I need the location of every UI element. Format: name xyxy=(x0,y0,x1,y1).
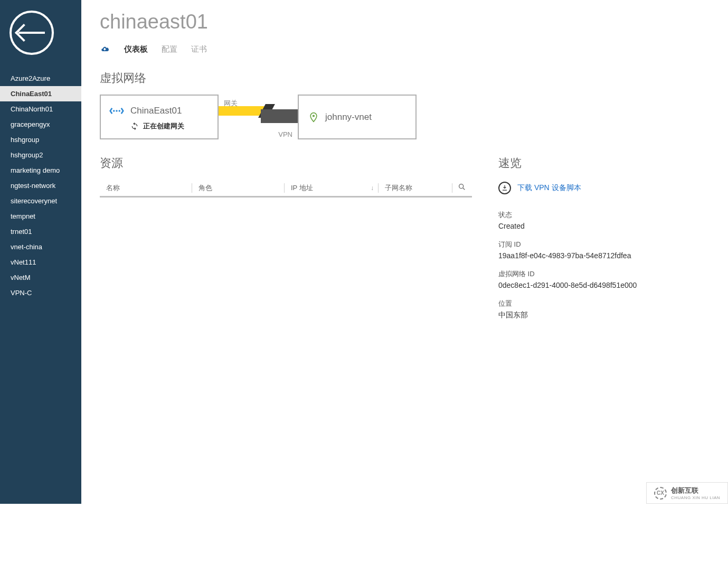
sidebar-item-hshgroup[interactable]: hshgroup xyxy=(0,132,81,147)
sidebar-item-marketing-demo[interactable]: marketing demo xyxy=(0,163,81,178)
watermark-logo-icon: CX xyxy=(654,487,667,500)
sidebar: Azure2Azure ChinaEast01 ChinaNorth01 gra… xyxy=(0,0,81,504)
sidebar-item-vnetm[interactable]: vNetM xyxy=(0,270,81,285)
svg-point-2 xyxy=(119,110,121,112)
svg-point-1 xyxy=(113,110,115,112)
vnet-right-box[interactable]: johnny-vnet xyxy=(298,95,417,139)
download-vpn-script-link[interactable]: 下载 VPN 设备脚本 xyxy=(498,182,657,194)
section-vnet-title: 虚拟网络 xyxy=(100,70,728,86)
sync-icon xyxy=(130,122,139,130)
search-icon xyxy=(458,183,466,191)
sidebar-item-vpn-c[interactable]: VPN-C xyxy=(0,285,81,300)
sidebar-item-ngtest-network[interactable]: ngtest-network xyxy=(0,178,81,193)
location-label: 位置 xyxy=(498,299,657,308)
tabs: 仪表板 配置 证书 xyxy=(100,44,728,54)
vnet-left-name: ChinaEast01 xyxy=(130,106,182,116)
vnet-left-status: 正在创建网关 xyxy=(143,121,184,131)
subscription-id-value: 19aa1f8f-e04c-4983-97ba-54e8712fdfea xyxy=(498,251,657,260)
svg-point-4 xyxy=(459,184,464,189)
th-search[interactable] xyxy=(452,183,471,193)
section-quick-title: 速览 xyxy=(498,155,657,171)
th-subnet[interactable]: 子网名称 xyxy=(379,183,452,193)
subscription-id-label: 订阅 ID xyxy=(498,240,657,249)
th-ip-label: IP 地址 xyxy=(291,184,313,192)
vnet-left-box[interactable]: ChinaEast01 正在创建网关 xyxy=(100,95,219,139)
vnet-right-name: johnny-vnet xyxy=(325,112,372,123)
th-name[interactable]: 名称 xyxy=(100,183,192,193)
sidebar-item-vnet-china[interactable]: vnet-china xyxy=(0,239,81,255)
back-button[interactable] xyxy=(10,11,54,55)
vnet-id-value: 0dec8ec1-d291-4000-8e5d-d6498f51e000 xyxy=(498,281,657,289)
watermark-brand: 创新互联 xyxy=(671,486,720,495)
watermark-sub: CHUANG XIN HU LIAN xyxy=(671,495,720,500)
tab-configure[interactable]: 配置 xyxy=(162,44,177,54)
sort-down-icon: ↓ xyxy=(371,184,374,192)
svg-point-0 xyxy=(116,110,118,112)
cloud-icon xyxy=(100,44,110,54)
resources-table-header: 名称 角色 IP 地址 ↓ 子网名称 xyxy=(100,180,472,198)
tab-dashboard[interactable]: 仪表板 xyxy=(124,44,148,54)
th-role[interactable]: 角色 xyxy=(192,183,285,193)
section-resources-title: 资源 xyxy=(100,155,472,171)
vpn-label: VPN xyxy=(278,130,292,138)
sidebar-item-trnet01[interactable]: trnet01 xyxy=(0,224,81,239)
page-title: chinaeast01 xyxy=(100,11,728,33)
vnet-connection: 网关 VPN xyxy=(219,95,298,139)
svg-point-3 xyxy=(313,115,315,117)
sidebar-item-chinaeast01[interactable]: ChinaEast01 xyxy=(0,86,81,101)
sidebar-item-siterecoverynet[interactable]: siterecoverynet xyxy=(0,193,81,209)
vnet-icon xyxy=(109,104,124,118)
status-label: 状态 xyxy=(498,210,657,220)
vnet-diagram: ChinaEast01 正在创建网关 网关 VPN joh xyxy=(100,95,728,139)
sidebar-item-azure2azure[interactable]: Azure2Azure xyxy=(0,71,81,86)
sidebar-item-vnet111[interactable]: vNet111 xyxy=(0,255,81,270)
watermark: CX 创新互联 CHUANG XIN HU LIAN xyxy=(646,482,728,504)
download-icon xyxy=(498,182,511,194)
download-link-text: 下载 VPN 设备脚本 xyxy=(517,183,581,193)
sidebar-item-chinanorth01[interactable]: ChinaNorth01 xyxy=(0,101,81,117)
location-value: 中国东部 xyxy=(498,311,657,320)
map-pin-icon xyxy=(308,111,319,124)
sidebar-item-gracepengyx[interactable]: gracepengyx xyxy=(0,117,81,132)
sidebar-item-hshgroup2[interactable]: hshgroup2 xyxy=(0,147,81,163)
quick-panel: 速览 下载 VPN 设备脚本 状态 Created 订阅 ID 19aa1f8f… xyxy=(498,155,657,320)
status-value: Created xyxy=(498,222,657,230)
back-arrow-icon xyxy=(18,32,45,34)
main-content: chinaeast01 仪表板 配置 证书 虚拟网络 ChinaEast01 xyxy=(81,0,728,504)
svg-line-5 xyxy=(463,188,465,190)
sidebar-item-tempnet[interactable]: tempnet xyxy=(0,209,81,224)
th-ip[interactable]: IP 地址 ↓ xyxy=(285,183,379,193)
vnet-id-label: 虚拟网络 ID xyxy=(498,269,657,279)
tab-certificates[interactable]: 证书 xyxy=(191,44,207,54)
